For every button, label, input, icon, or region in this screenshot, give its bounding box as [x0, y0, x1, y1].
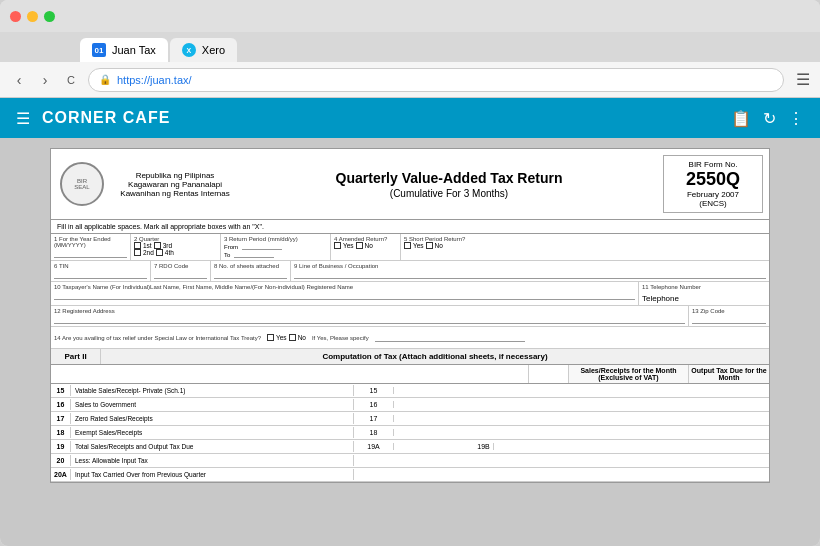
tab-juan-icon: 01 — [92, 43, 106, 57]
quarter-checkboxes: 1st 3rd — [134, 242, 217, 249]
hamburger-menu[interactable]: ☰ — [16, 109, 30, 128]
short-yes-cb[interactable] — [404, 242, 411, 249]
tab-juan-tax[interactable]: 01 Juan Tax — [80, 38, 168, 62]
q1-label: 1st — [143, 242, 152, 249]
form-row-1: 1 For the Year Ended (MM/YYYY) 2 Quarter… — [51, 234, 769, 261]
url-text: https://juan.tax/ — [117, 74, 192, 86]
q4-label: 4th — [165, 249, 174, 256]
sheets-input[interactable] — [214, 271, 287, 279]
amended-no-label: No — [365, 242, 373, 249]
telephone-label: 11 Telephone Number — [642, 284, 766, 290]
zip-input[interactable] — [692, 316, 766, 324]
lock-icon: 🔒 — [99, 74, 111, 85]
minimize-button[interactable] — [27, 11, 38, 22]
part2-header: Part II Computation of Tax (Attach addit… — [51, 349, 769, 365]
taxpayer-input[interactable] — [54, 292, 635, 300]
cell-amended: 4 Amended Return? Yes No — [331, 234, 401, 260]
maximize-button[interactable] — [44, 11, 55, 22]
form-encs: (ENCS) — [699, 199, 727, 208]
tax-form: BIRSEAL Republika ng Pilipinas Kagawaran… — [50, 148, 770, 483]
tab-xero-label: Xero — [202, 44, 225, 56]
form-agency: Republika ng Pilipinas Kagawaran ng Pana… — [115, 155, 235, 213]
agency-line2: Kagawaran ng Pananalapi — [115, 180, 235, 189]
row-15: 15 Vatable Sales/Receipt- Private (Sch.1… — [51, 384, 769, 398]
form-date: February 2007 — [687, 190, 739, 199]
part2-label: Part II — [51, 349, 101, 364]
app-title: CORNER CAFE — [42, 109, 719, 127]
from-input[interactable] — [242, 244, 282, 250]
q4-checkbox[interactable] — [156, 249, 163, 256]
amended-yes-label: Yes — [343, 242, 354, 249]
address-label: 12 Registered Address — [54, 308, 685, 314]
relief-no-cb[interactable] — [289, 334, 296, 341]
row20a-label: Input Tax Carried Over from Previous Qua… — [71, 469, 354, 480]
specify-input[interactable] — [375, 334, 525, 342]
forward-button[interactable]: › — [36, 71, 54, 89]
row15-num: 15 — [51, 385, 71, 396]
short-no-cb[interactable] — [426, 242, 433, 249]
tin-label: 6 TIN — [54, 263, 147, 269]
col2-header: Output Tax Due for the Month — [689, 365, 769, 383]
agency-line3: Kawanihan ng Rentas Internas — [115, 189, 235, 198]
from-label: From — [224, 244, 238, 250]
q1-checkbox[interactable] — [134, 242, 141, 249]
period-dates: From — [224, 244, 327, 250]
lob-label: 9 Line of Business / Occupation — [294, 263, 766, 269]
bir-label: BIR Form No. — [689, 160, 738, 169]
lob-input[interactable] — [294, 271, 766, 279]
telephone-value: Telephone — [642, 294, 766, 303]
year-label: 1 For the Year Ended (MM/YYYY) — [54, 236, 127, 248]
form-title-area: Quarterly Value-Added Tax Return (Cumula… — [243, 155, 655, 213]
specify-label: If Yes, Please specify — [312, 335, 369, 341]
close-button[interactable] — [10, 11, 21, 22]
row19-num: 19 — [51, 441, 71, 452]
row18-col-a: 18 — [354, 429, 394, 436]
cell-address: 12 Registered Address — [51, 306, 689, 326]
doc-icon[interactable]: 📋 — [731, 109, 751, 128]
tin-input[interactable] — [54, 271, 147, 279]
form-subtitle: (Cumulative For 3 Months) — [243, 188, 655, 199]
amended-no-cb[interactable] — [356, 242, 363, 249]
relief-yes-label: Yes — [276, 334, 287, 341]
row-20a: 20A Input Tax Carried Over from Previous… — [51, 468, 769, 482]
row17-label: Zero Rated Sales/Receipts — [71, 413, 354, 424]
cell-tax-relief: 14 Are you availing of tax relief under … — [51, 327, 769, 348]
q3-checkbox[interactable] — [154, 242, 161, 249]
relief-yes-cb[interactable] — [267, 334, 274, 341]
tab-bar: 01 Juan Tax X Xero — [0, 32, 820, 62]
amended-checkboxes: Yes No — [334, 242, 397, 249]
cell-tin: 6 TIN — [51, 261, 151, 281]
form-row-4: 12 Registered Address 13 Zip Code — [51, 306, 769, 327]
bir-seal: BIRSEAL — [60, 162, 104, 206]
address-bar: ‹ › C 🔒 https://juan.tax/ ☰ — [0, 62, 820, 98]
amended-yes-cb[interactable] — [334, 242, 341, 249]
tax-relief-label: 14 Are you availing of tax relief under … — [54, 335, 261, 341]
q2-checkbox[interactable] — [134, 249, 141, 256]
rdo-input[interactable] — [154, 271, 207, 279]
browser-menu-icon[interactable]: ☰ — [796, 70, 810, 89]
tab-xero[interactable]: X Xero — [170, 38, 237, 62]
to-input[interactable] — [234, 252, 274, 258]
q2-label: 2nd — [143, 249, 154, 256]
col1-header: Sales/Receipts for the Month (Exclusive … — [569, 365, 689, 383]
agency-line1: Republika ng Pilipinas — [115, 171, 235, 180]
row19-col-b: 19B — [474, 443, 494, 450]
refresh-icon[interactable]: ↻ — [763, 109, 776, 128]
tab-xero-icon: X — [182, 43, 196, 57]
url-bar[interactable]: 🔒 https://juan.tax/ — [88, 68, 784, 92]
row18-num: 18 — [51, 427, 71, 438]
year-input[interactable] — [54, 250, 127, 258]
cell-line-of-business: 9 Line of Business / Occupation — [291, 261, 769, 281]
tax-relief-checkboxes: Yes No — [267, 334, 306, 341]
refresh-button[interactable]: C — [62, 71, 80, 89]
cell-short-period: 5 Short Period Return? Yes No — [401, 234, 769, 260]
browser-window: 01 Juan Tax X Xero ‹ › C 🔒 https://juan.… — [0, 0, 820, 546]
part2-title: Computation of Tax (Attach additional sh… — [101, 349, 769, 364]
row-20: 20 Less: Allowable Input Tax — [51, 454, 769, 468]
row-17: 17 Zero Rated Sales/Receipts 17 — [51, 412, 769, 426]
quarter-checkboxes2: 2nd 4th — [134, 249, 217, 256]
back-button[interactable]: ‹ — [10, 71, 28, 89]
more-menu-icon[interactable]: ⋮ — [788, 109, 804, 128]
cell-sheets: 8 No. of sheets attached — [211, 261, 291, 281]
address-input[interactable] — [54, 316, 685, 324]
